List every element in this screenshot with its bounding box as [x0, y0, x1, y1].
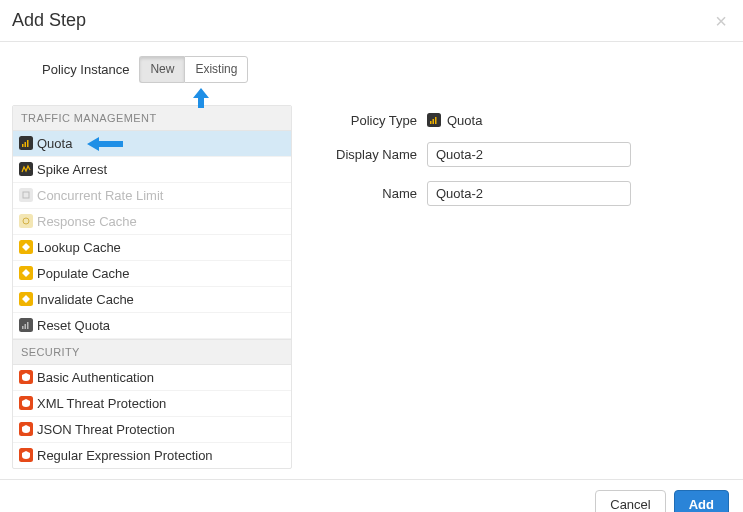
- dialog-title: Add Step: [12, 10, 86, 31]
- security-icon: [19, 448, 33, 462]
- svg-rect-6: [25, 324, 27, 329]
- policy-type-row: Policy Type Quota: [322, 113, 721, 128]
- policy-list: TRAFFIC MANAGEMENT Quota Spike Arrest: [12, 105, 292, 469]
- policy-item-reset-quota[interactable]: Reset Quota: [13, 313, 291, 339]
- policy-item-label: Basic Authentication: [37, 370, 154, 385]
- cache-icon: [19, 240, 33, 254]
- cache-icon: [19, 292, 33, 306]
- add-step-dialog: Add Step × Policy Instance New Existing …: [0, 0, 743, 512]
- policy-detail-pane: Policy Type Quota Display Name Name: [292, 105, 731, 469]
- category-header-traffic: TRAFFIC MANAGEMENT: [13, 106, 291, 131]
- policy-type-label: Policy Type: [322, 113, 417, 128]
- category-header-security: SECURITY: [13, 339, 291, 365]
- policy-type-text: Quota: [447, 113, 482, 128]
- svg-rect-9: [433, 119, 435, 124]
- name-input[interactable]: [427, 181, 631, 206]
- response-cache-icon: [19, 214, 33, 228]
- spike-arrest-icon: [19, 162, 33, 176]
- policy-item-label: Response Cache: [37, 214, 137, 229]
- policy-instance-toggle: New Existing: [139, 56, 248, 83]
- cancel-button[interactable]: Cancel: [595, 490, 665, 512]
- policy-item-spike-arrest[interactable]: Spike Arrest: [13, 157, 291, 183]
- svg-rect-8: [430, 121, 432, 124]
- policy-item-lookup-cache[interactable]: Lookup Cache: [13, 235, 291, 261]
- existing-toggle[interactable]: Existing: [184, 56, 248, 83]
- svg-rect-10: [435, 117, 437, 124]
- display-name-row: Display Name: [322, 142, 721, 167]
- name-row: Name: [322, 181, 721, 206]
- name-label: Name: [322, 186, 417, 201]
- policy-item-concurrent-rate-limit: Concurrent Rate Limit: [13, 183, 291, 209]
- dialog-footer: Cancel Add: [0, 479, 743, 512]
- svg-rect-2: [27, 140, 29, 147]
- policy-item-label: JSON Threat Protection: [37, 422, 175, 437]
- policy-item-label: Spike Arrest: [37, 162, 107, 177]
- policy-item-xml-threat[interactable]: XML Threat Protection: [13, 391, 291, 417]
- svg-rect-5: [22, 326, 24, 329]
- policy-item-label: Regular Expression Protection: [37, 448, 213, 463]
- policy-item-label: Quota: [37, 136, 72, 151]
- svg-point-4: [23, 218, 29, 224]
- policy-item-basic-auth[interactable]: Basic Authentication: [13, 365, 291, 391]
- policy-item-label: XML Threat Protection: [37, 396, 166, 411]
- concurrent-rate-limit-icon: [19, 188, 33, 202]
- policy-item-label: Lookup Cache: [37, 240, 121, 255]
- policy-item-json-threat[interactable]: JSON Threat Protection: [13, 417, 291, 443]
- policy-type-value: Quota: [427, 113, 482, 128]
- svg-rect-3: [23, 192, 29, 198]
- security-icon: [19, 422, 33, 436]
- policy-item-invalidate-cache[interactable]: Invalidate Cache: [13, 287, 291, 313]
- quota-icon: [427, 113, 441, 127]
- close-icon[interactable]: ×: [715, 11, 727, 31]
- policy-item-label: Concurrent Rate Limit: [37, 188, 163, 203]
- svg-rect-1: [25, 142, 27, 147]
- display-name-input[interactable]: [427, 142, 631, 167]
- policy-item-regex[interactable]: Regular Expression Protection: [13, 443, 291, 468]
- policy-item-label: Invalidate Cache: [37, 292, 134, 307]
- policy-item-label: Populate Cache: [37, 266, 130, 281]
- policy-item-populate-cache[interactable]: Populate Cache: [13, 261, 291, 287]
- policy-item-label: Reset Quota: [37, 318, 110, 333]
- dialog-header: Add Step ×: [0, 0, 743, 42]
- policy-instance-label: Policy Instance: [42, 62, 129, 77]
- policy-item-response-cache: Response Cache: [13, 209, 291, 235]
- svg-rect-0: [22, 144, 24, 147]
- security-icon: [19, 396, 33, 410]
- new-toggle[interactable]: New: [139, 56, 184, 83]
- svg-rect-7: [27, 322, 29, 329]
- dialog-body: Policy Instance New Existing TRAFFIC MAN…: [0, 42, 743, 479]
- policy-item-quota[interactable]: Quota: [13, 131, 291, 157]
- cache-icon: [19, 266, 33, 280]
- reset-quota-icon: [19, 318, 33, 332]
- add-button[interactable]: Add: [674, 490, 729, 512]
- content-row: TRAFFIC MANAGEMENT Quota Spike Arrest: [12, 105, 731, 469]
- policy-instance-row: Policy Instance New Existing: [42, 56, 731, 83]
- display-name-label: Display Name: [322, 147, 417, 162]
- security-icon: [19, 370, 33, 384]
- quota-icon: [19, 136, 33, 150]
